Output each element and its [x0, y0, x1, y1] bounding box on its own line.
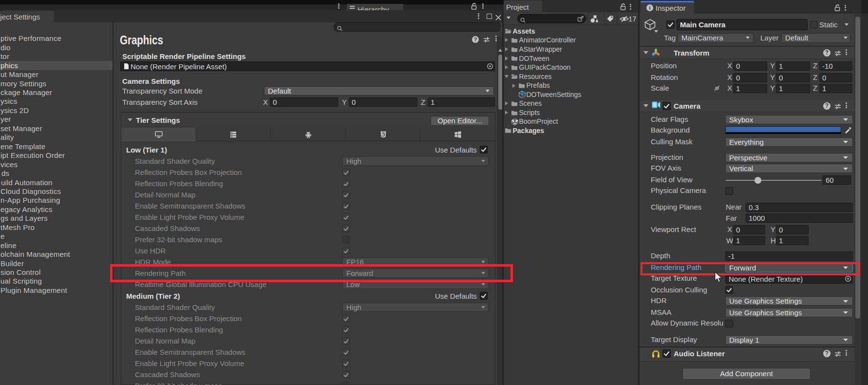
svg-text:0: 0 [523, 95, 525, 99]
